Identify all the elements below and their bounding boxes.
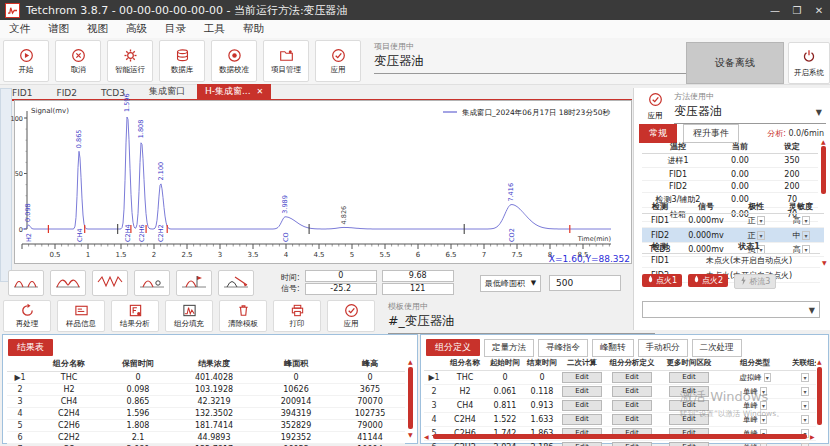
temp-table-scrollbar[interactable] bbox=[821, 146, 826, 194]
table-row[interactable]: 2H20.098103.1928106263675 bbox=[7, 384, 405, 396]
scroll-right-icon[interactable]: ▶ bbox=[810, 434, 815, 440]
template-select[interactable]: 模板使用中 #_变压器油 bbox=[388, 301, 655, 334]
table-row[interactable]: 进样10.00350 bbox=[642, 154, 818, 168]
component-vscrollbar[interactable] bbox=[817, 367, 822, 425]
smart-run-button[interactable]: 智能运行 bbox=[107, 40, 153, 82]
component-analysis-def-edit-button[interactable]: Edit bbox=[612, 386, 652, 397]
secondary-calc-edit-button[interactable]: Edit bbox=[562, 400, 602, 411]
tab-手动积分[interactable]: 手动积分 bbox=[638, 339, 688, 357]
component-analysis-def-edit-button[interactable]: Edit bbox=[612, 400, 652, 411]
database-button[interactable]: 数据库 bbox=[159, 40, 205, 82]
more-time-ranges-edit-button[interactable]: Edit bbox=[669, 372, 709, 383]
ignite-2-button[interactable]: 点火2 bbox=[688, 274, 728, 287]
chromatogram-panel[interactable]: 050100Signal(mv)0.511.522.533.544.555.56… bbox=[14, 100, 632, 264]
table-row[interactable]: 5C2H61.808181.741435282979000 bbox=[7, 420, 405, 432]
component-analysis-def-edit-button[interactable]: Edit bbox=[612, 414, 652, 425]
menu-item-6[interactable]: 工具 bbox=[195, 22, 234, 36]
component-analysis-def-edit-button[interactable]: Edit bbox=[612, 372, 652, 383]
menu-item-4[interactable]: 高级 bbox=[117, 22, 156, 36]
table-row[interactable]: FID20.00200 bbox=[642, 180, 818, 192]
start-button[interactable]: 开始 bbox=[3, 40, 49, 82]
tab-寻峰指令[interactable]: 寻峰指令 bbox=[538, 339, 588, 357]
secondary-calc-edit-button[interactable]: Edit bbox=[562, 372, 602, 383]
menu-item-1[interactable]: 文件 bbox=[0, 22, 39, 36]
project-manage-button[interactable]: 项目管理 bbox=[263, 40, 309, 82]
cancel-button[interactable]: 取消 bbox=[55, 40, 101, 82]
menu-item-3[interactable]: 视图 bbox=[78, 22, 117, 36]
maximize-button[interactable]: ❐ bbox=[786, 5, 808, 16]
more-time-ranges-edit-button[interactable]: Edit bbox=[669, 442, 709, 446]
tab-二次处理[interactable]: 二次处理 bbox=[692, 339, 742, 357]
tab-峰翻转[interactable]: 峰翻转 bbox=[592, 339, 634, 357]
table-row[interactable]: ▶1THC0401.402800 bbox=[7, 372, 405, 384]
close-button[interactable]: ✕ bbox=[808, 5, 830, 16]
chevron-down-icon[interactable]: ▾ bbox=[801, 401, 808, 410]
results-scrollbar[interactable] bbox=[408, 367, 413, 429]
table-row[interactable]: 3CH40.86542.321920091470070 bbox=[7, 396, 405, 408]
secondary-calc-edit-button[interactable]: Edit bbox=[562, 414, 602, 425]
chevron-down-icon[interactable]: ▾ bbox=[801, 415, 808, 424]
apply-method-button[interactable]: 应用 bbox=[640, 92, 670, 118]
reprocess-button[interactable]: 再处理 bbox=[3, 300, 51, 332]
more-time-ranges-edit-button[interactable]: Edit bbox=[669, 386, 709, 397]
scroll-up-icon[interactable]: ▲ bbox=[821, 139, 826, 145]
tab-fid2[interactable]: FID2 bbox=[45, 87, 90, 99]
tab--[interactable]: 集成窗口 bbox=[137, 84, 197, 99]
signal-min-field[interactable]: -25.2 bbox=[305, 283, 377, 295]
component-hscrollbar[interactable] bbox=[433, 434, 807, 439]
table-row[interactable]: 6C2H22.0242.186EditEditEdit单峰▾▾ bbox=[424, 441, 816, 446]
chevron-down-icon[interactable]: ▾ bbox=[760, 415, 767, 424]
minimize-button[interactable]: — bbox=[764, 5, 786, 16]
table-row[interactable]: 3CH40.8110.913EditEditEdit单峰▾▾ bbox=[424, 399, 816, 413]
tab-integration-window-active[interactable]: H-集成窗...✕ bbox=[197, 84, 271, 99]
chevron-down-icon[interactable]: ▾ bbox=[757, 231, 764, 240]
print-button[interactable]: 打印 bbox=[273, 300, 321, 332]
chevron-down-icon[interactable]: ▾ bbox=[760, 387, 767, 396]
bridge-current-button[interactable]: 桥流3 bbox=[734, 274, 776, 289]
secondary-calc-edit-button[interactable]: Edit bbox=[562, 442, 602, 446]
menu-item-2[interactable]: 谱图 bbox=[39, 22, 78, 36]
table-row[interactable]: 6C2H22.144.989319235241144 bbox=[7, 432, 405, 444]
signal-max-field[interactable]: 121 bbox=[382, 283, 454, 295]
menu-item-5[interactable]: 目录 bbox=[156, 22, 195, 36]
chevron-down-icon[interactable]: ▾ bbox=[801, 387, 808, 396]
table-row[interactable]: ▶1THC00EditEditEdit虚拟峰▾▾ bbox=[424, 371, 816, 385]
message-dropdown[interactable]: ▼ bbox=[642, 301, 820, 318]
result-analysis-button[interactable]: 结果分析 bbox=[111, 300, 159, 332]
time-start-field[interactable]: 0 bbox=[305, 270, 377, 282]
min-peak-area-dropdown[interactable]: 最低峰面积 ▼ bbox=[480, 275, 541, 292]
apply-project-button[interactable]: 应用 bbox=[315, 40, 361, 82]
scroll-left-icon[interactable]: ◀ bbox=[424, 434, 429, 440]
scroll-up-icon[interactable]: ▲ bbox=[408, 359, 413, 365]
apply-template-button[interactable]: 应用 bbox=[327, 300, 375, 332]
scroll-up-icon[interactable]: ▲ bbox=[817, 359, 822, 365]
table-row[interactable]: FID10.00200 bbox=[642, 168, 818, 180]
component-analysis-def-edit-button[interactable]: Edit bbox=[612, 442, 652, 446]
device-offline-button[interactable]: 设备离线 bbox=[686, 42, 784, 84]
chevron-down-icon[interactable]: ▾ bbox=[764, 373, 771, 382]
merged-peaks-button[interactable] bbox=[50, 270, 86, 296]
drop-peak-button[interactable] bbox=[176, 270, 212, 296]
table-row[interactable]: 4C2H41.5221.633EditEditEdit单峰▾▾ bbox=[424, 413, 816, 427]
more-time-ranges-edit-button[interactable]: Edit bbox=[669, 400, 709, 411]
more-time-ranges-edit-button[interactable]: Edit bbox=[669, 414, 709, 425]
scroll-down-icon[interactable]: ▼ bbox=[408, 432, 413, 438]
table-row[interactable]: 2H20.0610.118EditEditEdit单峰▾▾ bbox=[424, 385, 816, 399]
component-fill-button[interactable]: 组分填充 bbox=[165, 300, 213, 332]
table-row[interactable]: 4C2H41.596132.3502394319102735 bbox=[7, 408, 405, 420]
min-peak-area-field[interactable]: 500 bbox=[549, 275, 621, 291]
chevron-down-icon[interactable]: ▾ bbox=[802, 231, 809, 240]
chevron-down-icon[interactable]: ▾ bbox=[757, 216, 764, 225]
table-row[interactable]: FID1未点火(未开启自动点火) bbox=[642, 254, 820, 268]
skim-peak-button[interactable] bbox=[134, 270, 170, 296]
menu-item-7[interactable]: 帮助 bbox=[234, 22, 273, 36]
tab-组分定义[interactable]: 组分定义 bbox=[426, 339, 480, 356]
chevron-down-icon[interactable]: ▾ bbox=[802, 216, 809, 225]
close-tab-icon[interactable]: ✕ bbox=[257, 87, 264, 96]
scroll-down-icon[interactable]: ▼ bbox=[822, 260, 827, 266]
chevron-down-icon[interactable]: ▾ bbox=[801, 373, 808, 382]
tab-results-table[interactable]: 结果表 bbox=[8, 339, 53, 356]
tangent-peak-button[interactable] bbox=[218, 270, 254, 296]
ignite-1-button[interactable]: 点火1 bbox=[642, 274, 682, 287]
baseline-peaks-button[interactable] bbox=[8, 270, 44, 296]
